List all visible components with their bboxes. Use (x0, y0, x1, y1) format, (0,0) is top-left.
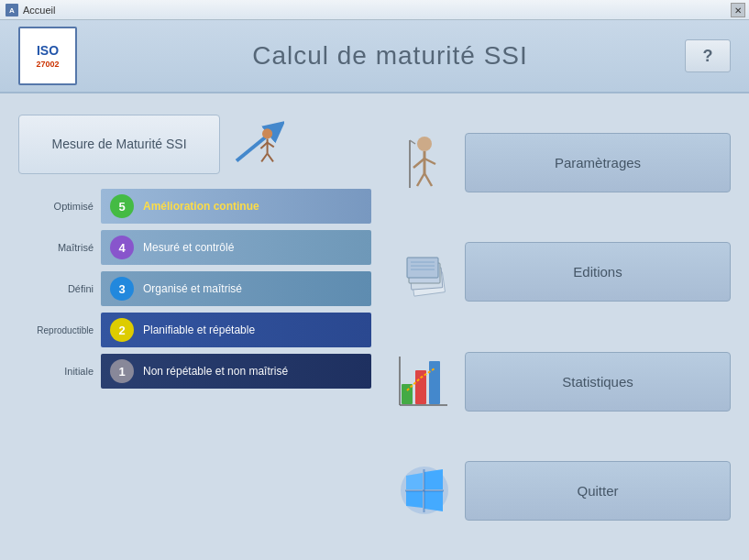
layer-1-number: 1 (110, 359, 134, 383)
editions-row: Editions (394, 221, 731, 323)
layer-5-number: 5 (110, 194, 134, 218)
svg-line-9 (268, 153, 273, 161)
svg-line-15 (424, 173, 432, 186)
layer-3-text: Organisé et maîtrisé (143, 282, 242, 295)
title-bar-label: Accueil (23, 5, 55, 16)
iso-logo: ISO 27002 (18, 27, 77, 85)
layer-5-text: Amélioration continue (143, 200, 259, 213)
title-bar: A Accueil ✕ (0, 0, 749, 20)
windows-svg (397, 461, 452, 521)
pyramid-container: Optimisé 5 Amélioration continue Maîtris… (18, 187, 376, 542)
svg-rect-21 (407, 258, 438, 278)
layer-2-label: Reproductible (18, 325, 101, 335)
iso-logo-text: ISO (37, 43, 59, 58)
layer-2-bar: 2 Planifiable et répétable (101, 313, 371, 347)
pyramid-layer-2: Reproductible 2 Planifiable et répétable (18, 311, 376, 349)
app-icon: A (6, 4, 18, 16)
layer-2-text: Planifiable et répétable (143, 324, 255, 336)
layer-3-label: Défini (18, 283, 101, 294)
statistiques-row: Statistiques (394, 331, 731, 433)
svg-point-4 (262, 128, 272, 138)
mesure-row: Mesure de Maturité SSI (18, 112, 376, 176)
svg-rect-27 (429, 361, 440, 404)
quitter-button[interactable]: Quitter (465, 461, 731, 521)
right-panel: Paramètrages (394, 112, 731, 542)
papers-svg (397, 242, 452, 302)
pyramid: Optimisé 5 Amélioration continue Maîtris… (18, 187, 376, 390)
layer-2-number: 2 (110, 318, 134, 342)
layer-4-label: Maîtrisé (18, 242, 101, 253)
svg-line-6 (260, 142, 267, 148)
app-title: Calcul de maturité SSI (95, 41, 685, 71)
svg-line-7 (268, 142, 274, 147)
pyramid-layer-1: Initiale 1 Non répétable et non maîtrisé (18, 352, 376, 390)
parametrages-row: Paramètrages (394, 112, 731, 214)
quitter-icon (394, 461, 454, 521)
svg-line-12 (413, 159, 424, 168)
editions-icon (394, 242, 454, 302)
main-content: Mesure de Maturité SSI (0, 93, 749, 560)
layer-4-number: 4 (110, 236, 134, 259)
svg-line-13 (424, 159, 435, 164)
left-panel: Mesure de Maturité SSI (18, 112, 376, 542)
person-pole-svg (397, 133, 452, 192)
layer-3-bar: 3 Organisé et maîtrisé (101, 271, 371, 306)
help-button[interactable]: ? (685, 39, 731, 72)
header: ISO 27002 Calcul de maturité SSI ? (0, 20, 749, 93)
figure-icon (229, 115, 284, 174)
iso-logo-number: 27002 (36, 60, 59, 69)
svg-text:A: A (9, 6, 15, 15)
barchart-svg (397, 352, 452, 412)
parametrages-button[interactable]: Paramètrages (465, 133, 731, 192)
mesure-button[interactable]: Mesure de Maturité SSI (18, 115, 220, 174)
layer-5-label: Optimisé (18, 201, 101, 212)
statistiques-icon (394, 352, 454, 412)
pyramid-layer-4: Maîtrisé 4 Mesuré et contrôlé (18, 228, 376, 267)
svg-rect-32 (405, 489, 444, 491)
layer-3-number: 3 (110, 277, 134, 301)
quitter-row: Quitter (394, 440, 731, 542)
layer-4-bar: 4 Mesuré et contrôlé (101, 230, 371, 265)
layer-4-text: Mesuré et contrôlé (143, 241, 234, 254)
layer-1-bar: 1 Non répétable et non maîtrisé (101, 354, 371, 389)
layer-1-label: Initiale (18, 366, 101, 377)
layer-5-bar: 5 Amélioration continue (101, 189, 371, 224)
svg-line-8 (261, 153, 267, 161)
close-button[interactable]: ✕ (731, 3, 745, 17)
svg-line-14 (417, 173, 424, 186)
layer-1-text: Non répétable et non maîtrisé (143, 365, 288, 378)
parametrages-icon (394, 133, 454, 192)
running-figure-svg (229, 115, 284, 174)
editions-button[interactable]: Editions (465, 242, 731, 302)
svg-point-10 (417, 137, 432, 151)
pyramid-layer-3: Défini 3 Organisé et maîtrisé (18, 269, 376, 308)
statistiques-button[interactable]: Statistiques (465, 352, 731, 412)
pyramid-layer-5: Optimisé 5 Amélioration continue (18, 187, 376, 225)
